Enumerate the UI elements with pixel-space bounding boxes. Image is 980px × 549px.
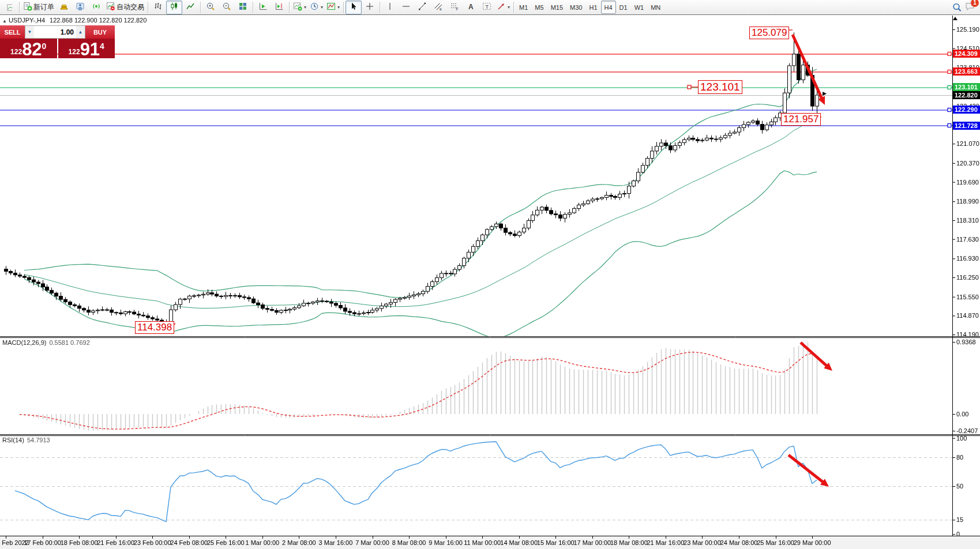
timeframe-button-m30[interactable]: M30 <box>566 1 585 14</box>
search-button[interactable] <box>949 1 965 14</box>
toolbar-separator <box>148 2 148 13</box>
timeframe-button-h1[interactable]: H1 <box>585 1 600 14</box>
buy-price-sup: 4 <box>100 42 104 51</box>
line-chart-button[interactable] <box>182 1 198 14</box>
time-axis-label: 14 Mar 08:00 <box>500 539 538 546</box>
buy-price-prefix: 122 <box>69 48 80 56</box>
macd-axis-label: -0.2407 <box>956 427 978 434</box>
sell-price-display[interactable]: 122 82 0 <box>0 39 57 58</box>
svg-text:A: A <box>468 2 474 10</box>
macd-axis-label: 0.9368 <box>956 339 976 345</box>
new-chart-button[interactable]: ▾ <box>291 1 308 14</box>
candles-chart-icon <box>170 2 179 13</box>
price-tick-label: 116.930 <box>956 255 979 262</box>
dropdown-caret-icon: ▾ <box>304 5 306 10</box>
toolbar-separator <box>380 2 380 13</box>
chart-canvas[interactable] <box>0 0 980 549</box>
tile-windows-button[interactable] <box>235 1 251 14</box>
dropdown-caret-icon: ▾ <box>508 5 510 10</box>
time-axis-label: 15 Mar 16:00 <box>537 539 575 546</box>
arrows-icon <box>497 2 506 13</box>
text-button[interactable]: A <box>463 1 479 14</box>
svg-text:F: F <box>456 7 459 11</box>
gold-icon <box>59 2 69 13</box>
rsi-indicator-name: RSI(14) <box>2 437 24 443</box>
annotation-price-box[interactable]: 123.101 <box>698 80 742 94</box>
rsi-axis-label: 15 <box>956 516 963 523</box>
auto-scroll-button[interactable] <box>255 1 271 14</box>
price-tick-label: 118.990 <box>956 198 979 205</box>
cursor-button[interactable] <box>346 1 362 14</box>
buy-price-big: 91 <box>80 41 100 58</box>
arrows-button[interactable]: ▾ <box>495 1 512 14</box>
time-axis-label: 9 Mar 16:00 <box>429 539 463 546</box>
time-axis-label: 23 Feb 00:00 <box>134 539 171 546</box>
gold-button[interactable] <box>56 1 72 14</box>
buy-price-display[interactable]: 122 91 4 <box>58 39 115 58</box>
chart-symbol-icon: ▲ <box>2 18 7 24</box>
timeframe-button-w1[interactable]: W1 <box>631 1 648 14</box>
zoom-out-button[interactable] <box>219 1 235 14</box>
toolbar-separator <box>253 2 253 13</box>
chart-fragment-icon <box>7 3 12 12</box>
dropdown-caret-icon: ▾ <box>337 5 340 10</box>
vline-icon <box>385 2 395 13</box>
label-button[interactable]: T <box>479 1 495 14</box>
buy-button[interactable]: BUY <box>85 25 115 39</box>
indicators-button[interactable]: ▾ <box>325 1 341 14</box>
annotation-price-box[interactable]: 114.398 <box>135 321 174 334</box>
chart-fragment-button[interactable] <box>1 1 17 14</box>
autotrade-button[interactable]: 自动交易 <box>104 1 146 14</box>
timeframe-button-h4[interactable]: H4 <box>601 1 616 14</box>
timeframe-button-d1[interactable]: D1 <box>616 1 631 14</box>
chart-ohlc-readout: 122.868 122.900 122.820 122.820 <box>50 17 147 24</box>
one-click-trade-panel: SELL ▼ ▲ BUY 122 82 0 122 91 4 <box>0 25 115 58</box>
time-axis-label: 17 Mar 00:00 <box>573 539 611 546</box>
trendline-button[interactable] <box>414 1 430 14</box>
tile-windows-icon <box>238 2 247 13</box>
hline-button[interactable] <box>398 1 414 14</box>
label-icon: T <box>482 2 491 13</box>
annotation-price-box[interactable]: 125.079 <box>749 27 789 39</box>
zoom-in-button[interactable] <box>202 1 219 14</box>
sell-price-big: 82 <box>22 41 42 58</box>
chart-shift-icon <box>275 2 284 13</box>
zoom-in-icon <box>206 2 215 13</box>
channel-button[interactable]: E <box>430 1 446 14</box>
search-icon <box>952 2 962 13</box>
new-order-button[interactable]: 新订单 <box>21 1 56 14</box>
fibonacci-button[interactable]: F <box>446 1 463 14</box>
volume-decrease-button[interactable]: ▼ <box>25 26 34 38</box>
volume-increase-button[interactable]: ▲ <box>76 26 85 38</box>
signal-button[interactable] <box>88 1 104 14</box>
crosshair-button[interactable] <box>362 1 378 14</box>
price-tick-label: 115.550 <box>956 294 979 300</box>
annotation-price-box[interactable]: 121.957 <box>781 113 821 126</box>
timeframe-button-m15[interactable]: M15 <box>547 1 566 14</box>
crosshair-icon <box>365 2 374 13</box>
rsi-pane-title: RSI(14)54.7913 <box>2 437 50 443</box>
timeframe-button-mn[interactable]: MN <box>647 1 664 14</box>
new-order-icon <box>23 2 32 13</box>
market-icon <box>76 2 85 13</box>
timeframe-button-m5[interactable]: M5 <box>531 1 547 14</box>
chart-shift-button[interactable] <box>271 1 287 14</box>
time-axis-label: 24 Mar 08:00 <box>720 539 758 546</box>
price-line-label: 123.663 <box>953 67 980 76</box>
dropdown-caret-icon: ▾ <box>321 5 323 10</box>
vline-button[interactable] <box>382 1 398 14</box>
text-icon: A <box>466 2 475 13</box>
signal-icon <box>92 2 101 13</box>
terminal-window: 新订单自动交易▾▾▾EFAT▾M1M5M15M30H1H4D1W1MN1 ▲US… <box>0 0 980 549</box>
bars-chart-button[interactable] <box>150 1 166 14</box>
timeframe-button-m1[interactable]: M1 <box>516 1 531 14</box>
sell-button[interactable]: SELL <box>0 25 25 39</box>
volume-input[interactable] <box>34 28 76 37</box>
toolbar-separator <box>343 2 344 13</box>
candles-chart-button[interactable] <box>166 1 182 14</box>
clock-icon <box>310 2 319 13</box>
clock-button[interactable]: ▾ <box>308 1 325 14</box>
notifications-button[interactable]: 1 <box>965 1 975 14</box>
market-button[interactable] <box>72 1 88 14</box>
time-axis-label: 25 Mar 16:00 <box>757 539 794 546</box>
